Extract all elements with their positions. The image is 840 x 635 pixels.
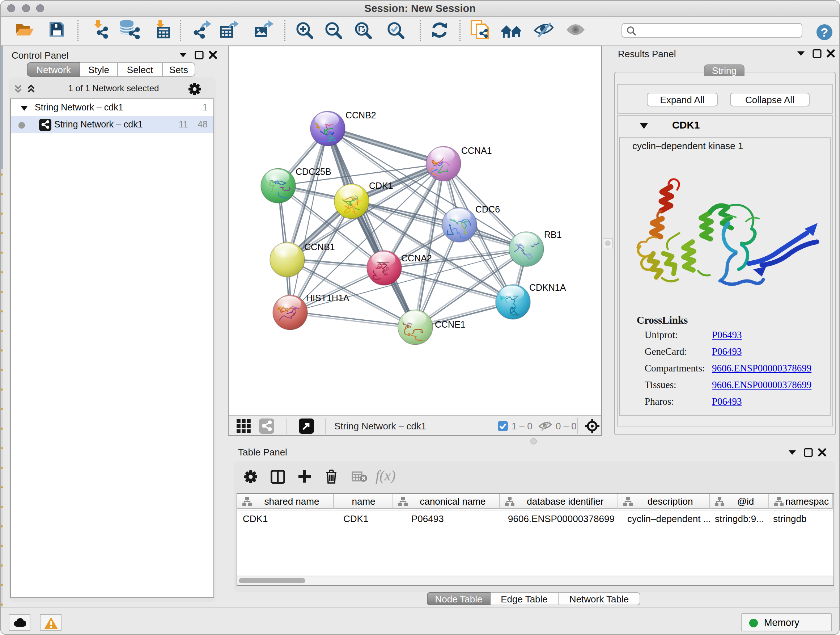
svg-text:CCNB1: CCNB1 [304, 242, 335, 252]
svg-text:CDK1: CDK1 [369, 181, 393, 191]
svg-text:?: ? [821, 25, 829, 39]
svg-text:RB1: RB1 [544, 230, 562, 240]
svg-text:HIST1H1A: HIST1H1A [306, 293, 349, 303]
svg-text:CCNA2: CCNA2 [401, 253, 432, 263]
svg-text:CDC25B: CDC25B [295, 166, 332, 177]
svg-text:CCNA1: CCNA1 [461, 146, 492, 156]
svg-text:CCNB2: CCNB2 [346, 110, 376, 120]
svg-text:CCNE1: CCNE1 [435, 319, 466, 329]
svg-text:CDKN1A: CDKN1A [529, 282, 566, 293]
svg-text:CDC6: CDC6 [475, 204, 500, 214]
